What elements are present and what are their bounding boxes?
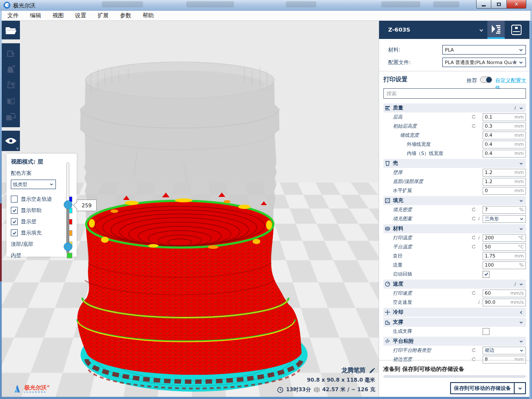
machine-name[interactable]: Z-603S: [388, 26, 410, 33]
legend-checkbox[interactable]: [11, 207, 18, 214]
minimize-button[interactable]: [476, 0, 491, 9]
legend-checkbox[interactable]: [11, 229, 18, 236]
mirror-tool-icon[interactable]: [6, 96, 16, 106]
tab-monitor-printer[interactable]: [506, 21, 526, 39]
rotate-tool-icon[interactable]: [6, 80, 16, 90]
section-header-2[interactable]: 填充: [383, 196, 526, 205]
recommended-custom-toggle[interactable]: [480, 77, 492, 83]
section-chevron[interactable]: [519, 225, 523, 233]
layer-slider-upper-handle[interactable]: [64, 200, 72, 209]
menu-item-3[interactable]: 设置: [69, 12, 92, 19]
reset-icon[interactable]: [471, 124, 476, 129]
chevron-left-icon[interactable]: [519, 310, 523, 315]
legend-checkbox[interactable]: [11, 196, 18, 203]
save-options-chevron[interactable]: [514, 383, 525, 393]
section-chevron[interactable]: [519, 318, 523, 326]
setting-input[interactable]: 0.4mm: [483, 150, 526, 158]
section-chevron[interactable]: [519, 196, 523, 205]
legend-checkbox[interactable]: [11, 218, 18, 225]
profile-select[interactable]: PLA 普通质量(PLA Norma Qua: [442, 58, 526, 67]
menu-item-2[interactable]: 视图: [47, 12, 69, 19]
setting-input[interactable]: 8mm: [483, 356, 526, 364]
layer-slider-lower-handle[interactable]: [64, 242, 72, 251]
section-header-1[interactable]: 壳: [383, 159, 526, 168]
color-scheme-label: 配色方案: [11, 170, 73, 177]
chevron-down-icon[interactable]: [519, 199, 523, 203]
setting-value: 8: [483, 357, 515, 362]
section-header-0[interactable]: 质量i: [383, 103, 526, 113]
move-tool-icon[interactable]: [6, 48, 16, 59]
section-chevron[interactable]: [519, 308, 523, 316]
color-scheme-select[interactable]: 线类型: [11, 180, 56, 189]
info-icon[interactable]: i: [514, 281, 516, 287]
section-chevron[interactable]: [519, 104, 523, 112]
chevron-down-icon[interactable]: [519, 339, 523, 344]
info-icon[interactable]: i: [514, 105, 516, 111]
setting-input[interactable]: 7%: [483, 206, 526, 214]
setting-input[interactable]: 200°C: [483, 234, 526, 242]
setting-input[interactable]: 0.4mm: [483, 141, 526, 148]
section-chevron[interactable]: [519, 280, 523, 288]
section-header-3[interactable]: 材料: [383, 224, 526, 233]
chevron-down-icon[interactable]: [519, 227, 523, 231]
material-select[interactable]: PLA: [442, 45, 526, 55]
per-model-settings-icon[interactable]: [5, 112, 16, 122]
scale-tool-icon[interactable]: [6, 64, 16, 75]
view-mode-button[interactable]: v: [2, 131, 20, 151]
section-label: 填充: [393, 197, 519, 204]
edit-pencil-icon[interactable]: [369, 367, 375, 374]
setting-checkbox[interactable]: [483, 328, 490, 335]
setting-checkbox[interactable]: [483, 271, 490, 278]
reset-icon[interactable]: [471, 216, 476, 221]
reset-icon[interactable]: [471, 115, 476, 119]
3d-viewport[interactable]: v 视图模式: 层 配色方案 线类型 显示空走轨迹显示帮助显示壁显示填充顶部/底…: [2, 21, 379, 397]
section-header-7[interactable]: 平台粘附: [383, 337, 526, 346]
settings-search-input[interactable]: [383, 88, 526, 99]
menu-item-0[interactable]: 文件: [2, 12, 24, 19]
setting-input[interactable]: 1.2mm: [483, 178, 526, 186]
section-label: 壳: [393, 160, 519, 167]
setting-input[interactable]: 0mm: [483, 187, 526, 195]
section-header-4[interactable]: 速度i: [383, 280, 526, 289]
setting-input[interactable]: 50°C: [483, 243, 526, 251]
menu-item-6[interactable]: 帮助: [137, 12, 159, 19]
chevron-down-icon[interactable]: [519, 161, 523, 166]
setting-input[interactable]: 0.4mm: [483, 132, 526, 139]
reset-icon[interactable]: [471, 245, 476, 249]
chevron-down-icon[interactable]: [519, 320, 523, 325]
reset-icon[interactable]: [471, 348, 476, 353]
section-header-5[interactable]: 冷却: [383, 308, 526, 317]
setting-input[interactable]: 100%: [483, 261, 526, 269]
menu-item-4[interactable]: 扩展: [92, 12, 114, 19]
setting-select[interactable]: 三角形: [483, 215, 526, 223]
reset-icon[interactable]: [471, 291, 476, 296]
maximize-button[interactable]: [491, 0, 506, 9]
setting-input[interactable]: 0.1mm: [483, 113, 526, 121]
save-to-removable-button[interactable]: 保存到可移动的存储设备: [450, 382, 526, 394]
chevron-down-icon[interactable]: [519, 282, 523, 286]
setting-input[interactable]: 1.75mm: [483, 252, 526, 260]
reset-icon[interactable]: [471, 235, 476, 240]
chevron-down-icon[interactable]: [479, 28, 484, 33]
setting-input[interactable]: 60mm/s: [483, 290, 526, 297]
menu-item-5[interactable]: 参数: [114, 12, 137, 19]
jgaurora-logo: 极光尔沃® JGAURORA: [13, 384, 50, 394]
setting-input[interactable]: 90.0mm/s: [483, 299, 526, 306]
chevron-down-icon[interactable]: [519, 106, 523, 110]
chevron-down-icon[interactable]: [519, 217, 524, 221]
section-chevron[interactable]: [519, 159, 523, 167]
checkmark-icon: [12, 231, 17, 235]
chevron-down-icon[interactable]: [519, 348, 524, 353]
open-file-button[interactable]: [2, 21, 20, 39]
reset-icon[interactable]: [471, 357, 476, 362]
menu-item-1[interactable]: 编辑: [24, 12, 47, 19]
setting-input[interactable]: 0.3mm: [483, 122, 526, 130]
tab-prepare-slice[interactable]: [487, 21, 505, 39]
section-header-6[interactable]: 支撑: [383, 318, 526, 327]
setting-input[interactable]: 1.2mm: [483, 169, 526, 177]
layer-slider[interactable]: [65, 162, 71, 253]
close-button[interactable]: ✕: [506, 0, 526, 9]
setting-select[interactable]: 裙边: [483, 347, 526, 354]
reset-icon[interactable]: [471, 207, 476, 212]
section-chevron[interactable]: [519, 337, 523, 345]
